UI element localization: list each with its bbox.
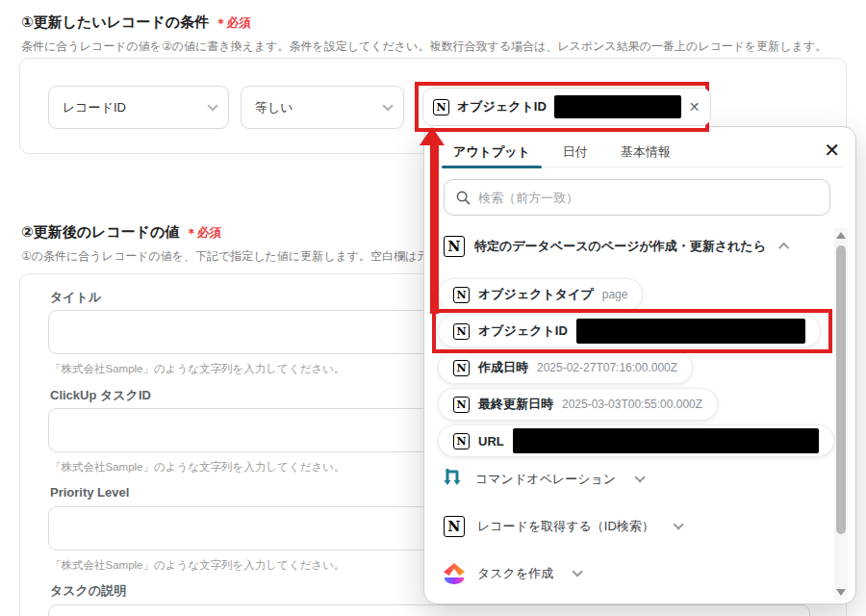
- notion-icon: N: [453, 323, 470, 340]
- condition-operator-select[interactable]: 等しい: [241, 86, 404, 129]
- task-description-input[interactable]: [48, 604, 810, 616]
- condition-operator-value: 等しい: [255, 99, 293, 116]
- field-label-title: タイトル: [50, 289, 101, 306]
- tab-basic-info[interactable]: 基本情報: [617, 139, 675, 167]
- scroll-up-icon[interactable]: [836, 232, 846, 239]
- chevron-down-icon: [635, 472, 646, 482]
- chevron-down-icon: [573, 566, 583, 577]
- select-caret-icon: [207, 100, 217, 111]
- output-picker-popup: アウトプット 日付 基本情報 ✕ N 特定のデータベースのページが作成・更新され…: [423, 126, 856, 604]
- group-create-task[interactable]: タスクを作成: [444, 560, 680, 587]
- notion-icon: N: [453, 360, 470, 376]
- output-label: オブジェクトタイプ: [478, 286, 594, 303]
- field-label-priority-level: Priority Level: [50, 485, 129, 500]
- group-label: コマンドオペレーション: [475, 471, 616, 488]
- group-command-operation[interactable]: コマンドオペレーション: [444, 466, 680, 493]
- notion-icon: N: [444, 236, 465, 257]
- close-icon[interactable]: ✕: [824, 139, 840, 162]
- output-item-object-id[interactable]: N オブジェクトID: [438, 315, 821, 347]
- section1-description: 条件に合うレコードの値を②の値に書き換えます。条件を設定してください。複数行合致…: [21, 38, 827, 55]
- tab-output[interactable]: アウトプット: [449, 139, 534, 167]
- annotation-arrow-shaft: [430, 143, 439, 314]
- section2-title: ②更新後のレコードの値＊必須: [21, 223, 221, 242]
- popup-scrollbar[interactable]: [834, 228, 848, 600]
- condition-value-chip[interactable]: N オブジェクトID ✕: [422, 88, 711, 126]
- output-label: URL: [478, 434, 504, 449]
- notion-icon: N: [453, 397, 470, 413]
- section2-title-text: ②更新後のレコードの値: [21, 223, 179, 240]
- scroll-down-icon[interactable]: [836, 589, 846, 596]
- condition-field-value: レコードID: [63, 99, 126, 116]
- search-input[interactable]: [478, 191, 818, 205]
- section2-description: ①の条件に合うレコードの値を、下記で指定した値に更新します。空白欄は元の値から更…: [21, 248, 423, 265]
- chevron-up-icon: [778, 243, 789, 253]
- required-badge: ＊必須: [185, 226, 221, 240]
- output-label: オブジェクトID: [478, 322, 568, 340]
- required-badge: ＊必須: [215, 16, 251, 30]
- select-caret-icon: [382, 100, 393, 111]
- popup-tabs: アウトプット 日付 基本情報: [438, 139, 842, 167]
- command-operation-icon: [444, 469, 463, 490]
- output-item-object-type[interactable]: N オブジェクトタイプ page: [438, 278, 643, 311]
- output-value: page: [602, 288, 628, 301]
- redacted-value: [576, 319, 805, 344]
- section1-title: ①更新したいレコードの条件＊必須: [21, 13, 251, 32]
- highlight-rect-condition-value: N オブジェクトID ✕: [415, 82, 709, 132]
- trigger-group-header[interactable]: N 特定のデータベースのページが作成・更新されたら: [444, 236, 789, 257]
- notion-icon: N: [444, 516, 465, 537]
- field-label-clickup-task-id: ClickUp タスクID: [50, 387, 151, 404]
- group-label: レコードを取得する（ID検索）: [477, 518, 654, 535]
- tab-date[interactable]: 日付: [559, 139, 592, 167]
- notion-icon: N: [433, 99, 449, 116]
- collapsed-groups: コマンドオペレーション N レコードを取得する（ID検索） タスクを作成: [444, 466, 680, 587]
- output-value: 2025-03-03T00:55:00.000Z: [562, 398, 702, 411]
- search-icon: [456, 191, 471, 205]
- output-item-created-time[interactable]: N 作成日時 2025-02-27T07:16:00.000Z: [438, 351, 693, 384]
- scrollbar-thumb[interactable]: [836, 245, 846, 534]
- chevron-down-icon: [673, 519, 683, 529]
- notion-icon: N: [453, 433, 470, 449]
- output-item-last-edited-time[interactable]: N 最終更新日時 2025-03-03T00:55:00.000Z: [438, 388, 718, 421]
- condition-field-select[interactable]: レコードID: [48, 86, 229, 129]
- clickup-icon: [444, 563, 465, 584]
- remove-value-icon[interactable]: ✕: [689, 100, 700, 114]
- field-helper: 「株式会社Sample」のような文字列を入力してください。: [50, 460, 344, 475]
- output-list: N オブジェクトタイプ page N オブジェクトID N 作成日時 2025-…: [438, 278, 834, 457]
- trigger-group-label: 特定のデータベースのページが作成・更新されたら: [474, 238, 766, 255]
- redacted-value: [554, 95, 681, 118]
- output-label: 最終更新日時: [478, 396, 553, 413]
- condition-value-label: オブジェクトID: [457, 98, 547, 116]
- notion-icon: N: [453, 287, 470, 303]
- field-label-task-description: タスクの説明: [50, 582, 126, 600]
- output-item-url[interactable]: N URL: [438, 424, 834, 457]
- field-helper: 「株式会社Sample」のような文字列を入力してください。: [50, 558, 344, 573]
- redacted-value: [513, 428, 819, 453]
- output-value: 2025-02-27T07:16:00.000Z: [537, 361, 677, 374]
- field-helper: 「株式会社Sample」のような文字列を入力してください。: [50, 362, 344, 376]
- output-label: 作成日時: [478, 359, 528, 376]
- search-box[interactable]: [444, 179, 830, 216]
- section1-title-text: ①更新したいレコードの条件: [21, 13, 209, 30]
- group-get-record[interactable]: N レコードを取得する（ID検索）: [444, 513, 680, 540]
- group-label: タスクを作成: [477, 565, 553, 582]
